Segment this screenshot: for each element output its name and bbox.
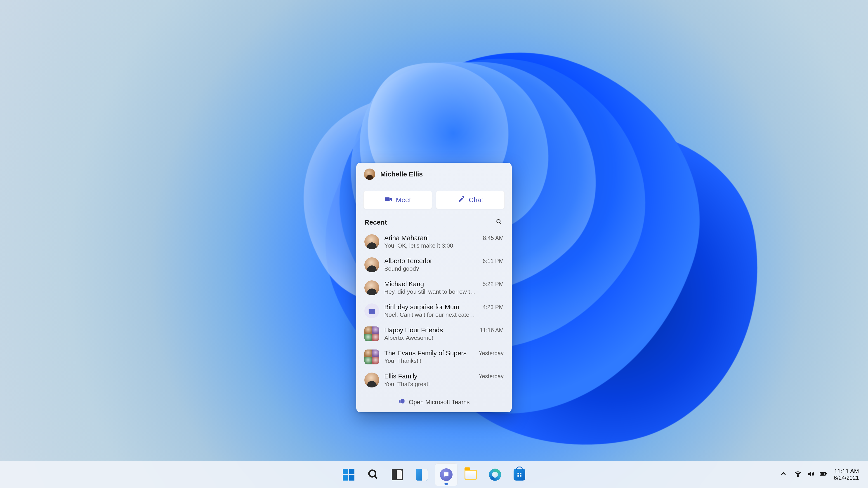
- chat-taskbar-button[interactable]: [435, 463, 458, 486]
- conversation-name: Birthday surprise for Mum: [384, 303, 477, 311]
- conversation-time: 8:45 AM: [483, 234, 504, 241]
- svg-line-1: [500, 222, 501, 224]
- search-icon: [496, 219, 502, 226]
- conversation-preview: Alberto: Awesome!: [384, 334, 475, 342]
- search-recent-button[interactable]: [494, 218, 504, 227]
- group-avatar: [364, 326, 379, 341]
- taskbar-search-button[interactable]: [362, 463, 384, 486]
- user-avatar[interactable]: [364, 168, 375, 180]
- widgets-icon: [416, 469, 428, 481]
- conversation-time: 11:16 AM: [480, 326, 504, 333]
- svg-point-8: [798, 476, 798, 477]
- file-explorer-icon: [465, 470, 477, 480]
- contact-avatar: [364, 281, 379, 295]
- tray-overflow-button[interactable]: [780, 470, 787, 479]
- chat-button[interactable]: Chat: [436, 191, 504, 209]
- conversation-time: Yesterday: [479, 372, 504, 380]
- conversation-list: Arina Maharani You: OK, let's make it 3:…: [356, 230, 512, 393]
- conversation-preview: Noel: Can't wait for our next catch up!: [384, 311, 477, 319]
- file-explorer-button[interactable]: [459, 463, 482, 486]
- taskbar-center: [337, 463, 531, 486]
- contact-avatar: [364, 234, 379, 249]
- svg-rect-11: [820, 473, 825, 475]
- svg-rect-7: [520, 475, 522, 477]
- action-row: Meet Chat: [356, 185, 512, 211]
- conversation-time: 5:22 PM: [483, 280, 504, 287]
- meet-button[interactable]: Meet: [364, 191, 432, 209]
- meet-label: Meet: [396, 196, 411, 204]
- conversation-item[interactable]: Michael Kang Hey, did you still want to …: [360, 276, 508, 299]
- microsoft-store-icon: [514, 469, 525, 481]
- conversation-time: 6:11 PM: [483, 257, 504, 264]
- recent-title: Recent: [364, 219, 387, 226]
- svg-rect-5: [520, 473, 522, 475]
- recent-header: Recent: [356, 211, 512, 230]
- conversation-name: Michael Kang: [384, 280, 477, 288]
- svg-line-3: [375, 476, 377, 478]
- group-avatar: [364, 350, 379, 364]
- conversation-item[interactable]: Ellis Family You: That's great! Yesterda…: [360, 368, 508, 392]
- contact-avatar: [364, 257, 379, 272]
- video-icon: [384, 195, 392, 205]
- windows-icon: [343, 469, 354, 481]
- conversation-name: Ellis Family: [384, 372, 474, 380]
- volume-icon: [807, 470, 814, 479]
- taskbar: 11:11 AM 6/24/2021: [0, 461, 868, 488]
- teams-icon: [398, 398, 405, 406]
- contact-avatar: [364, 372, 379, 387]
- edge-icon: [489, 468, 501, 481]
- conversation-item[interactable]: Arina Maharani You: OK, let's make it 3:…: [360, 230, 508, 253]
- edge-button[interactable]: [484, 463, 506, 486]
- wifi-icon: [794, 470, 802, 479]
- conversation-time: Yesterday: [479, 349, 504, 357]
- conversation-preview: You: OK, let's make it 3:00.: [384, 242, 478, 250]
- conversation-item[interactable]: The Evans Family of Supers You: Thanks!!…: [360, 346, 508, 368]
- conversation-time: 4:23 PM: [483, 303, 504, 311]
- microsoft-store-button[interactable]: [508, 463, 531, 486]
- quick-settings-button[interactable]: [794, 470, 827, 479]
- battery-icon: [819, 470, 827, 479]
- conversation-preview: You: That's great!: [384, 381, 474, 388]
- widgets-button[interactable]: [410, 463, 433, 486]
- open-teams-link[interactable]: Open Microsoft Teams: [356, 393, 512, 412]
- svg-point-2: [369, 470, 375, 477]
- svg-rect-4: [518, 473, 519, 475]
- tray-time: 11:11 AM: [834, 468, 859, 475]
- flyout-header[interactable]: Michelle Ellis: [356, 163, 512, 185]
- svg-rect-10: [826, 473, 827, 474]
- svg-point-0: [497, 219, 500, 223]
- conversation-item[interactable]: Alberto Tercedor Sound good? 6:11 PM: [360, 253, 508, 276]
- conversation-preview: Hey, did you still want to borrow the no…: [384, 288, 477, 296]
- conversation-name: Happy Hour Friends: [384, 326, 475, 334]
- open-teams-label: Open Microsoft Teams: [409, 399, 470, 406]
- clock-button[interactable]: 11:11 AM 6/24/2021: [834, 468, 859, 481]
- tray-date: 6/24/2021: [834, 475, 859, 481]
- conversation-name: The Evans Family of Supers: [384, 349, 474, 357]
- start-button[interactable]: [337, 463, 360, 486]
- search-icon: [367, 468, 379, 481]
- conversation-preview: Sound good?: [384, 265, 477, 273]
- chat-flyout: Michelle Ellis Meet Chat Recent: [356, 163, 512, 412]
- calendar-icon: [364, 303, 379, 318]
- user-name: Michelle Ellis: [380, 170, 423, 178]
- conversation-preview: You: Thanks!!!: [384, 357, 474, 365]
- desktop-wallpaper: Michelle Ellis Meet Chat Recent: [0, 0, 868, 488]
- conversation-item[interactable]: Happy Hour Friends Alberto: Awesome! 11:…: [360, 322, 508, 346]
- compose-icon: [458, 195, 465, 205]
- svg-rect-6: [518, 475, 519, 477]
- conversation-name: Arina Maharani: [384, 234, 478, 242]
- task-view-button[interactable]: [386, 463, 409, 486]
- system-tray: 11:11 AM 6/24/2021: [780, 461, 859, 488]
- conversation-item[interactable]: Birthday surprise for Mum Noel: Can't wa…: [360, 299, 508, 322]
- conversation-name: Alberto Tercedor: [384, 257, 477, 265]
- chat-icon: [440, 468, 453, 481]
- chat-label: Chat: [469, 196, 483, 204]
- taskview-icon: [392, 469, 403, 480]
